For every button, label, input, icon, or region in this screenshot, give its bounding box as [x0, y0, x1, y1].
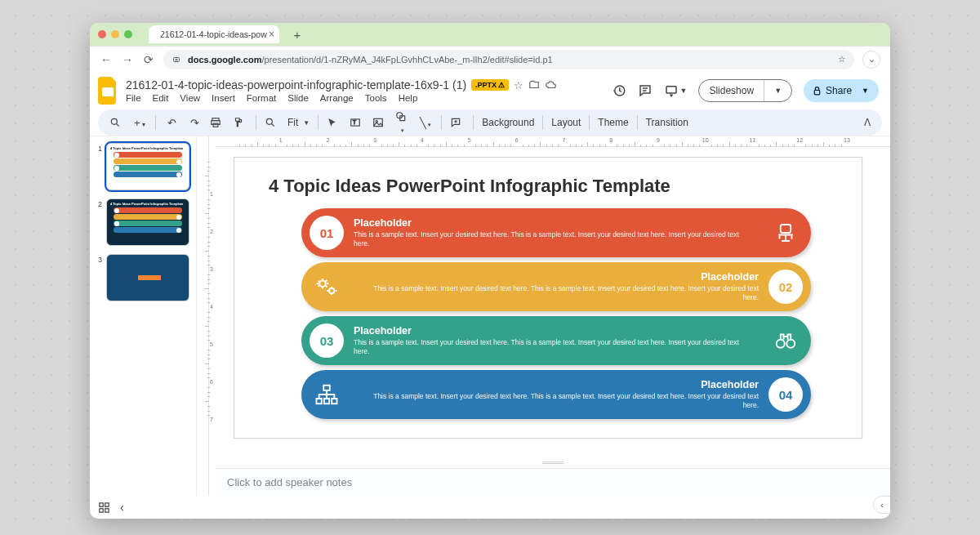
topic-row-2[interactable]: Placeholder This is a sample text. Inser…: [301, 262, 811, 311]
menu-file[interactable]: File: [126, 93, 141, 103]
ruler-tick: 2: [327, 137, 330, 143]
nav-back-icon[interactable]: ←: [100, 53, 113, 66]
slides-app-icon[interactable]: [98, 77, 119, 105]
site-info-icon[interactable]: [172, 55, 181, 65]
topic-row-1[interactable]: 01 Placeholder This is a sample text. In…: [301, 208, 811, 257]
svg-rect-29: [323, 386, 330, 390]
new-slide-button[interactable]: + ▾: [132, 117, 147, 129]
document-title[interactable]: 21612-01-4-topic-ideas-powerpoint-infogr…: [126, 78, 466, 91]
thumb-index: 1: [98, 143, 103, 190]
svg-line-15: [272, 124, 274, 127]
bookmark-star-icon[interactable]: ☆: [838, 54, 846, 65]
thumb-index: 2: [98, 198, 103, 246]
svg-rect-34: [105, 502, 109, 506]
new-tab-button[interactable]: +: [289, 26, 305, 42]
pptx-badge: .PPTX⚠: [471, 79, 509, 91]
notes-resize-handle[interactable]: [216, 457, 890, 468]
topic-subtitle: This is a sample text. Insert your desir…: [362, 392, 759, 409]
window-maximize[interactable]: [124, 30, 132, 38]
present-dropdown-icon[interactable]: ▼: [664, 83, 688, 98]
line-icon[interactable]: ╲ ▾: [418, 117, 433, 129]
ruler-tick: 3: [197, 266, 216, 272]
zoom-icon[interactable]: [265, 117, 279, 128]
zoom-selector[interactable]: Fit▼: [287, 117, 310, 128]
nav-forward-icon[interactable]: →: [121, 53, 134, 66]
side-panel-toggle[interactable]: ‹: [873, 496, 890, 514]
window-close[interactable]: [98, 30, 106, 38]
topic-subtitle: This is a sample text. Insert your desir…: [362, 284, 759, 301]
paint-format-icon[interactable]: [233, 117, 247, 128]
topic-number: 01: [310, 216, 344, 250]
menu-help[interactable]: Help: [399, 93, 418, 103]
speaker-notes[interactable]: Click to add speaker notes: [216, 468, 890, 496]
browser-window: 21612-01-4-topic-ideas-pow × + ← → ⟳ doc…: [90, 23, 890, 519]
layout-button[interactable]: Layout: [551, 117, 581, 128]
collapse-toolbar-icon[interactable]: ᐱ: [864, 117, 871, 128]
svg-point-9: [111, 118, 117, 124]
ruler-tick: 7: [562, 137, 565, 143]
slide-canvas[interactable]: 4 Topic Ideas PowerPoint Infographic Tem…: [216, 150, 890, 457]
svg-point-25: [319, 281, 326, 288]
slideshow-button[interactable]: Slideshow▼: [698, 79, 792, 102]
ruler-tick: 9: [657, 137, 660, 143]
menu-edit[interactable]: Edit: [153, 93, 169, 103]
ruler-tick: 3: [373, 137, 376, 143]
slide-thumbnail-1[interactable]: 4 Topic Ideas PowerPoint Infographic Tem…: [106, 143, 189, 190]
svg-rect-8: [814, 90, 820, 94]
menu-view[interactable]: View: [180, 93, 200, 103]
topic-number: 02: [768, 270, 803, 304]
workspace: 1 4 Topic Ideas PowerPoint Infographic T…: [90, 136, 890, 496]
print-icon[interactable]: [210, 117, 225, 128]
slide-thumbnail-2[interactable]: 4 Topic Ideas PowerPoint Infographic Tem…: [106, 198, 189, 246]
select-tool-icon[interactable]: [327, 118, 341, 128]
menu-slide[interactable]: Slide: [287, 93, 309, 103]
collapse-filmstrip-icon[interactable]: ‹: [120, 501, 124, 514]
ruler-tick: 2: [197, 229, 216, 234]
comment-add-icon[interactable]: [450, 117, 465, 128]
tab-title: 21612-01-4-topic-ideas-pow: [160, 29, 267, 39]
topic-row-3[interactable]: 03 Placeholder This is a sample text. In…: [301, 316, 811, 365]
topic-subtitle: This is a sample text. Insert your desir…: [354, 338, 751, 355]
menu-arrange[interactable]: Arrange: [320, 93, 354, 103]
address-bar[interactable]: docs.google.com/presentation/d/1-nZRyMA_…: [163, 50, 854, 69]
theme-button[interactable]: Theme: [598, 117, 628, 128]
address-bar-row: ← → ⟳ docs.google.com/presentation/d/1-n…: [90, 46, 890, 72]
cloud-status-icon[interactable]: [545, 79, 557, 91]
nav-reload-icon[interactable]: ⟳: [142, 53, 155, 66]
image-icon[interactable]: [372, 117, 387, 128]
binoculars-icon: [773, 328, 798, 353]
menu-tools[interactable]: Tools: [365, 93, 387, 103]
topic-title: Placeholder: [362, 271, 759, 283]
explore-icon[interactable]: [98, 502, 110, 514]
svg-text:T: T: [353, 119, 356, 125]
search-icon[interactable]: [109, 117, 124, 128]
close-tab-icon[interactable]: ×: [269, 29, 274, 40]
transition-button[interactable]: Transition: [646, 117, 688, 128]
history-icon[interactable]: [612, 83, 626, 98]
menu-insert[interactable]: Insert: [212, 93, 235, 103]
move-doc-icon[interactable]: [528, 79, 540, 91]
slide-title[interactable]: 4 Topic Ideas PowerPoint Infographic Tem…: [269, 176, 844, 197]
topic-title: Placeholder: [362, 379, 759, 390]
redo-icon[interactable]: ↷: [187, 117, 202, 129]
textbox-icon[interactable]: T: [350, 117, 364, 128]
background-button[interactable]: Background: [482, 117, 534, 128]
share-button[interactable]: Share ▼: [804, 79, 879, 102]
comments-icon[interactable]: [638, 83, 653, 98]
browser-menu-button[interactable]: ⌄: [862, 51, 880, 69]
svg-point-27: [777, 340, 785, 348]
star-doc-icon[interactable]: ☆: [514, 79, 523, 91]
slide-thumbnail-3[interactable]: [106, 254, 189, 301]
undo-icon[interactable]: ↶: [164, 117, 179, 129]
svg-point-14: [266, 118, 272, 124]
shape-icon[interactable]: ▾: [395, 111, 410, 135]
menu-format[interactable]: Format: [247, 93, 276, 103]
svg-rect-3: [102, 87, 114, 96]
topic-row-4[interactable]: Placeholder This is a sample text. Inser…: [301, 370, 811, 419]
window-minimize[interactable]: [111, 30, 119, 38]
ruler-tick: 10: [702, 137, 709, 143]
ruler-tick: 13: [844, 137, 850, 143]
svg-rect-35: [100, 508, 103, 511]
ruler-tick: 11: [750, 137, 756, 143]
browser-tab[interactable]: 21612-01-4-topic-ideas-pow ×: [149, 25, 279, 43]
